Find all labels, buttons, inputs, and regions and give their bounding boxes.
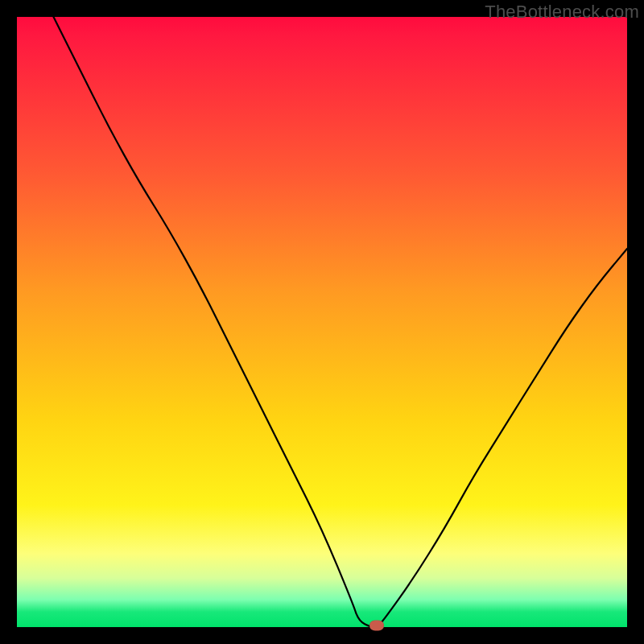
optimum-marker [369,621,384,631]
watermark-text: TheBottleneck.com [485,2,639,23]
curve-path [54,17,628,627]
outer-frame: TheBottleneck.com [0,0,644,644]
plot-area [17,17,627,627]
bottleneck-curve [17,17,627,627]
